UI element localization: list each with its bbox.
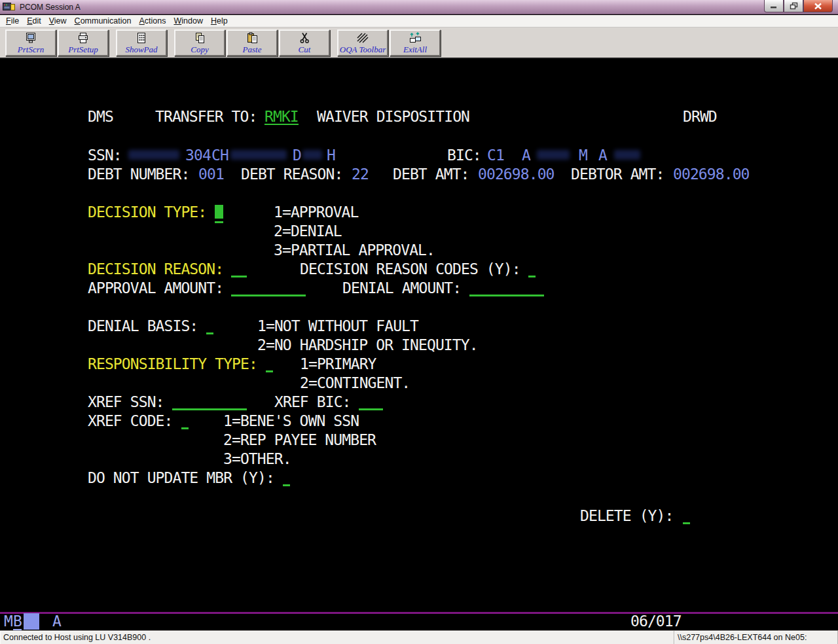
status-printer-text: \\s277ps4\4B26-LEXT644 on Ne05:	[674, 631, 838, 644]
hatch-lines-icon	[355, 31, 370, 45]
terminal-text: M	[579, 148, 587, 162]
terminal-text: DELETE (Y):	[580, 509, 673, 523]
decision-reason-input[interactable]	[231, 276, 247, 277]
terminal-text: XREF SSN:	[88, 395, 164, 409]
menu-item-file[interactable]: File	[2, 15, 23, 27]
oia-session-indicator: A	[52, 614, 61, 629]
terminal-text: 1=APPROVAL	[274, 205, 358, 219]
denial-amount-input[interactable]	[469, 295, 544, 296]
app-icon	[3, 2, 16, 12]
delete-input[interactable]	[683, 522, 690, 524]
toolbar-button-oqa-toolbar[interactable]: OQA Toolbar	[337, 29, 388, 56]
terminal-text: DECISION REASON:	[88, 262, 223, 276]
toolbar-button-cut[interactable]: Cut	[279, 29, 330, 56]
toolbar-button-paste[interactable]: Paste	[227, 29, 278, 56]
redacted-text	[537, 150, 570, 160]
cursor-field-underline[interactable]	[215, 221, 223, 223]
terminal-text: DECISION REASON CODES (Y):	[300, 262, 520, 276]
terminal-screen[interactable]: DMSTRANSFER TO:RMKIWAIVER DISPOSITIONDRW…	[0, 59, 838, 612]
status-bar: Connected to Host using LU V314B900 . \\…	[0, 630, 838, 644]
terminal-text: DEBT AMT:	[393, 167, 469, 181]
restore-button[interactable]	[784, 0, 803, 12]
approval-amount-input[interactable]	[231, 295, 306, 296]
redacted-text	[302, 150, 322, 160]
menu-item-edit[interactable]: Edit	[23, 15, 45, 27]
scissors-icon	[299, 31, 310, 45]
keypad-icon	[136, 31, 147, 45]
terminal-text: 304	[185, 148, 211, 162]
printer-setup-icon	[77, 31, 90, 45]
decision-type-input[interactable]	[215, 205, 223, 219]
minimize-icon	[770, 3, 778, 9]
window-title: PCOM Session A	[18, 3, 81, 12]
minimize-button[interactable]	[764, 0, 784, 12]
pcom-window: PCOM Session A FileEditViewCommunication…	[0, 0, 838, 644]
oia-bar: MBA06/017	[0, 614, 838, 630]
toolbar-button-prtsetup[interactable]: PrtSetup	[58, 29, 109, 56]
terminal-text: 2=REP PAYEE NUMBER	[223, 433, 376, 447]
terminal-text: DECISION TYPE:	[88, 205, 206, 219]
terminal-text: SSN:	[88, 148, 122, 162]
toolbar-button-label: Cut	[299, 45, 311, 55]
redacted-text	[128, 150, 179, 160]
decision-reason-codes-input[interactable]	[528, 276, 536, 277]
menu-item-view[interactable]: View	[45, 15, 71, 27]
terminal-text: BIC:	[447, 148, 481, 162]
xref-code-input[interactable]	[181, 427, 189, 429]
terminal-text: A	[598, 148, 607, 162]
window-controls	[764, 0, 833, 12]
menu-item-window[interactable]: Window	[170, 15, 206, 27]
screen-code: DRWD	[683, 109, 717, 124]
print-screen-icon	[24, 31, 37, 45]
toolbar-button-label: PrtScrn	[18, 45, 44, 55]
debt-number-value: 001	[198, 167, 224, 181]
toolbar-button-label: ShowPad	[125, 45, 157, 55]
do-not-update-mbr-input[interactable]	[283, 484, 290, 486]
menu-item-help[interactable]: Help	[207, 15, 232, 27]
denial-basis-input[interactable]	[206, 332, 213, 334]
debtor-amt-label: DEBTOR AMT:	[571, 167, 664, 181]
redacted-text	[614, 150, 640, 160]
responsibility-type-input[interactable]	[266, 370, 273, 372]
menu-item-actions[interactable]: Actions	[135, 15, 170, 27]
paste-icon	[246, 31, 259, 45]
debt-amt-value: 002698.00	[478, 167, 555, 181]
terminal-text: 1=PRIMARY	[300, 357, 376, 371]
terminal-text: 2=DENIAL	[274, 224, 342, 238]
toolbar-button-label: PrtSetup	[68, 45, 98, 55]
menu-item-communication[interactable]: Communication	[71, 15, 136, 27]
xref-ssn-input[interactable]	[172, 408, 247, 410]
toolbar-button-prtscrn[interactable]: PrtScrn	[5, 29, 56, 56]
terminal-text: H	[327, 148, 335, 162]
oia-status-text: M	[4, 614, 12, 629]
menubar: FileEditViewCommunicationActionsWindowHe…	[0, 15, 838, 27]
debtor-amt-value: 002698.00	[673, 167, 750, 181]
toolbar-separator	[168, 29, 174, 30]
oia-block-indicator	[24, 613, 39, 630]
close-button[interactable]	[803, 0, 833, 12]
terminal-text: 1=BENE'S OWN SSN	[223, 414, 359, 428]
terminal-text: DEBT NUMBER:	[88, 167, 189, 181]
toolbar-button-label: ExitAll	[403, 45, 427, 55]
toolbar-button-copy[interactable]: Copy	[174, 29, 225, 56]
toolbar: PrtScrn PrtSetup ShowPad Copy Past	[0, 27, 838, 59]
toolbar-button-label: Copy	[191, 45, 208, 55]
screen-title: WAIVER DISPOSITION	[317, 109, 469, 124]
status-connection-text: Connected to Host using LU V314B900 .	[0, 631, 674, 644]
oia-b-indicator: B	[13, 614, 22, 630]
toolbar-button-label: OQA Toolbar	[340, 45, 386, 55]
terminal-text: XREF BIC:	[274, 395, 351, 409]
terminal-text: C1	[487, 148, 504, 162]
terminal-text: APPROVAL AMOUNT:	[88, 281, 223, 295]
terminal-text: XREF CODE:	[88, 414, 172, 428]
system-id: DMS	[88, 109, 113, 124]
toolbar-button-showpad[interactable]: ShowPad	[116, 29, 167, 56]
cursor-position-indicator: 06/017	[630, 614, 682, 629]
terminal-text: CH	[211, 148, 228, 162]
xref-bic-input[interactable]	[359, 408, 383, 410]
terminal-text: DENIAL BASIS:	[88, 319, 198, 333]
terminal-text: DENIAL AMOUNT:	[342, 281, 461, 295]
terminal-text: 3=PARTIAL APPROVAL.	[274, 243, 435, 257]
toolbar-button-exitall[interactable]: ExitAll	[390, 29, 441, 56]
terminal-text: 3=OTHER.	[223, 452, 291, 466]
